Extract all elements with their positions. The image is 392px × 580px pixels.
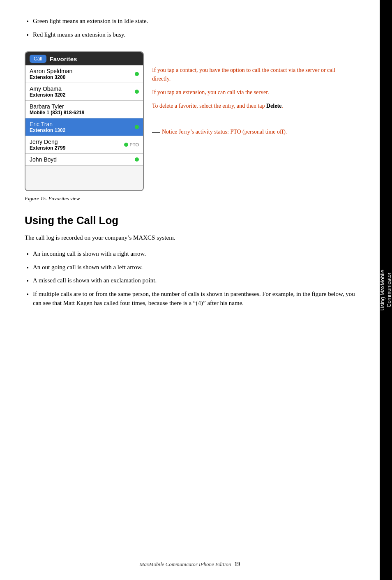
- footer-text: MaxMobile Communicator iPhone Edition: [140, 561, 231, 568]
- phone-mockup: Call Favorites Aaron Speldman Extension …: [25, 51, 144, 191]
- phone-title: Favorites: [50, 55, 77, 62]
- contact-row-barbara[interactable]: Barbara Tyler Mobile 1 (831) 818-6219: [25, 101, 143, 118]
- side-tab: Using MaxMobile Communicator: [380, 0, 392, 580]
- side-tab-text: Using MaxMobile Communicator: [379, 270, 392, 311]
- contact-row-amy[interactable]: Amy Obama Extension 3202: [25, 83, 143, 101]
- contact-ext-eric: Extension 1302: [30, 127, 65, 133]
- annotation-3: To delete a favorite, select the entry, …: [152, 102, 355, 110]
- call-button[interactable]: Call: [30, 55, 46, 63]
- pto-label-jerry: PTO: [130, 142, 139, 147]
- figure-area: Call Favorites Aaron Speldman Extension …: [25, 51, 355, 191]
- annotation-4-text: Notice Jerry’s activity status: PTO (per…: [152, 127, 355, 136]
- status-aaron: [135, 72, 139, 76]
- status-john: [135, 157, 139, 162]
- green-dot-aaron: [135, 72, 139, 76]
- contact-name-jerry: Jerry Deng: [30, 139, 65, 145]
- contact-ext-amy: Extension 3202: [30, 92, 65, 98]
- phone-header: Call Favorites: [25, 52, 143, 65]
- bullet-green: Green light means an extension is in Idl…: [33, 16, 355, 26]
- contact-name-eric: Eric Tran: [30, 121, 65, 127]
- bullet-incoming: An incoming call is shown with a right a…: [33, 249, 355, 259]
- contact-ext-barbara: Mobile 1 (831) 818-6219: [30, 110, 84, 116]
- green-dot-jerry: [124, 143, 128, 147]
- status-jerry: PTO: [124, 142, 139, 147]
- annotation-4: Notice Jerry’s activity status: PTO (per…: [152, 127, 355, 136]
- annotation-arrow: [152, 132, 160, 133]
- contact-ext-jerry: Extension 2799: [30, 145, 65, 151]
- figure-caption: Figure 15. Favorites view: [25, 195, 355, 202]
- green-dot-amy: [135, 90, 139, 94]
- contact-name-john: John Boyd: [30, 156, 57, 163]
- bullet-multiple: If multiple calls are to or from the sam…: [33, 289, 355, 308]
- contact-info-barbara: Barbara Tyler Mobile 1 (831) 818-6219: [30, 103, 84, 116]
- annotation-3-text: To delete a favorite, select the entry, …: [152, 102, 355, 110]
- annotation-1: If you tap a contact, you have the optio…: [152, 66, 355, 83]
- contact-info-eric: Eric Tran Extension 1302: [30, 121, 65, 133]
- contact-name-barbara: Barbara Tyler: [30, 103, 84, 110]
- contact-row-eric[interactable]: Eric Tran Extension 1302: [25, 118, 143, 136]
- section-body: The call log is recorded on your company…: [25, 233, 355, 243]
- contact-name-amy: Amy Obama: [30, 85, 65, 92]
- contact-row-aaron[interactable]: Aaron Speldman Extension 3200: [25, 65, 143, 83]
- contact-info-jerry: Jerry Deng Extension 2799: [30, 139, 65, 151]
- section-bullets: An incoming call is shown with a right a…: [25, 249, 355, 308]
- green-dot-eric: [135, 125, 139, 129]
- bullet-outgoing: An out going call is shown with a left a…: [33, 263, 355, 272]
- green-dot-john: [135, 157, 139, 162]
- status-amy: [135, 90, 139, 94]
- bullet-missed: A missed call is shown with an exclamati…: [33, 276, 355, 285]
- annotations: If you tap a contact, you have the optio…: [152, 51, 355, 141]
- page-footer: MaxMobile Communicator iPhone Edition 19: [0, 561, 380, 568]
- intro-bullets: Green light means an extension is in Idl…: [25, 16, 355, 39]
- page-number: 19: [234, 561, 240, 568]
- annotation-2: If you tap an extension, you can call vi…: [152, 88, 355, 97]
- section-title: Using the Call Log: [25, 214, 355, 227]
- contact-name-aaron: Aaron Speldman: [30, 68, 72, 74]
- status-eric: [135, 125, 139, 129]
- contact-ext-aaron: Extension 3200: [30, 74, 72, 80]
- bullet-red: Red light means an extension is busy.: [33, 30, 355, 39]
- contact-info-amy: Amy Obama Extension 3202: [30, 85, 65, 98]
- contact-info-john: John Boyd: [30, 156, 57, 163]
- contact-row-john[interactable]: John Boyd: [25, 154, 143, 166]
- contact-row-jerry[interactable]: Jerry Deng Extension 2799 PTO: [25, 136, 143, 154]
- annotation-1-text: If you tap a contact, you have the optio…: [152, 66, 355, 83]
- annotation-2-text: If you tap an extension, you can call vi…: [152, 88, 355, 97]
- contact-info-aaron: Aaron Speldman Extension 3200: [30, 68, 72, 80]
